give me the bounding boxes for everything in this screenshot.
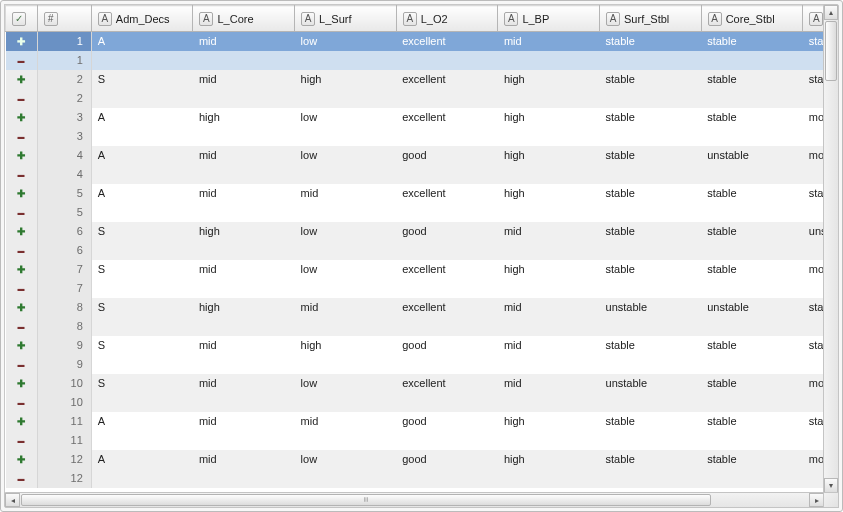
- cell-L_BP[interactable]: mid: [498, 222, 600, 241]
- cell-L_Core[interactable]: high: [193, 108, 295, 127]
- table-row[interactable]: 6: [6, 241, 826, 260]
- cell-Surf_Stbl[interactable]: unstable: [600, 374, 702, 393]
- cell-L_Core[interactable]: mid: [193, 336, 295, 355]
- cell-Adm_Decs[interactable]: A: [91, 146, 193, 165]
- cell-L_O2[interactable]: good: [396, 222, 498, 241]
- expand-cell[interactable]: [6, 450, 38, 469]
- column-header-Core_Stbl[interactable]: Core_Stbl: [701, 6, 803, 32]
- cell-Adm_Decs[interactable]: S: [91, 260, 193, 279]
- cell-Adm_Decs[interactable]: A: [91, 32, 193, 51]
- collapse-cell[interactable]: [6, 89, 38, 108]
- expand-cell[interactable]: [6, 146, 38, 165]
- cell-BP_Stbl[interactable]: stable: [803, 412, 825, 431]
- scroll-left-button[interactable]: [5, 493, 20, 507]
- cell-L_Core[interactable]: mid: [193, 184, 295, 203]
- table-row[interactable]: 5Amidmidexcellenthighstablestablestable: [6, 184, 826, 203]
- cell-Surf_Stbl[interactable]: unstable: [600, 298, 702, 317]
- table-row[interactable]: 2Smidhighexcellenthighstablestablestable: [6, 70, 826, 89]
- cell-L_Surf[interactable]: high: [295, 336, 397, 355]
- cell-L_Core[interactable]: mid: [193, 412, 295, 431]
- collapse-cell[interactable]: [6, 355, 38, 374]
- vertical-scrollbar[interactable]: [823, 4, 839, 494]
- collapse-cell[interactable]: [6, 127, 38, 146]
- table-row[interactable]: 12: [6, 469, 826, 488]
- cell-L_O2[interactable]: excellent: [396, 108, 498, 127]
- cell-L_BP[interactable]: high: [498, 108, 600, 127]
- cell-L_Surf[interactable]: low: [295, 450, 397, 469]
- cell-BP_Stbl[interactable]: stable: [803, 70, 825, 89]
- cell-L_Core[interactable]: high: [193, 222, 295, 241]
- collapse-cell[interactable]: [6, 393, 38, 412]
- collapse-cell[interactable]: [6, 203, 38, 222]
- cell-L_O2[interactable]: excellent: [396, 70, 498, 89]
- table-row[interactable]: 11Amidmidgoodhighstablestablestable: [6, 412, 826, 431]
- cell-Adm_Decs[interactable]: S: [91, 298, 193, 317]
- cell-BP_Stbl[interactable]: stable: [803, 32, 825, 51]
- column-header-L_O2[interactable]: L_O2: [396, 6, 498, 32]
- cell-L_Surf[interactable]: low: [295, 374, 397, 393]
- expand-cell[interactable]: [6, 184, 38, 203]
- cell-L_Surf[interactable]: low: [295, 222, 397, 241]
- expand-cell[interactable]: [6, 374, 38, 393]
- cell-Surf_Stbl[interactable]: stable: [600, 108, 702, 127]
- cell-L_Core[interactable]: mid: [193, 374, 295, 393]
- cell-L_Core[interactable]: mid: [193, 146, 295, 165]
- cell-L_BP[interactable]: high: [498, 450, 600, 469]
- column-header-L_BP[interactable]: L_BP: [498, 6, 600, 32]
- scroll-up-button[interactable]: [824, 5, 838, 20]
- cell-BP_Stbl[interactable]: stable: [803, 184, 825, 203]
- cell-Core_Stbl[interactable]: stable: [701, 374, 803, 393]
- cell-L_O2[interactable]: excellent: [396, 184, 498, 203]
- cell-L_Surf[interactable]: mid: [295, 412, 397, 431]
- table-row[interactable]: 7Smidlowexcellenthighstablestablemod_sta…: [6, 260, 826, 279]
- table-row[interactable]: 3Ahighlowexcellenthighstablestablemod_st…: [6, 108, 826, 127]
- cell-Adm_Decs[interactable]: S: [91, 336, 193, 355]
- cell-Adm_Decs[interactable]: A: [91, 108, 193, 127]
- cell-Surf_Stbl[interactable]: stable: [600, 32, 702, 51]
- column-header-BP_Stbl[interactable]: BP_Stbl: [803, 6, 825, 32]
- scroll-right-button[interactable]: [809, 493, 824, 507]
- cell-BP_Stbl[interactable]: mod_stable: [803, 374, 825, 393]
- column-header-num[interactable]: [37, 6, 91, 32]
- column-header-L_Surf[interactable]: L_Surf: [295, 6, 397, 32]
- table-row[interactable]: 4: [6, 165, 826, 184]
- cell-Core_Stbl[interactable]: stable: [701, 336, 803, 355]
- cell-L_Surf[interactable]: low: [295, 32, 397, 51]
- cell-BP_Stbl[interactable]: mod_stable: [803, 260, 825, 279]
- column-header-Adm_Decs[interactable]: Adm_Decs: [91, 6, 193, 32]
- table-row[interactable]: 6Shighlowgoodmidstablestableunstable: [6, 222, 826, 241]
- table-row[interactable]: 12Amidlowgoodhighstablestablemod_stable: [6, 450, 826, 469]
- expand-cell[interactable]: [6, 260, 38, 279]
- cell-Core_Stbl[interactable]: stable: [701, 412, 803, 431]
- cell-L_BP[interactable]: mid: [498, 336, 600, 355]
- horizontal-scroll-thumb[interactable]: [21, 494, 711, 506]
- table-row[interactable]: 10: [6, 393, 826, 412]
- column-header-check[interactable]: [6, 6, 38, 32]
- cell-L_BP[interactable]: mid: [498, 374, 600, 393]
- table-row[interactable]: 11: [6, 431, 826, 450]
- cell-L_BP[interactable]: high: [498, 260, 600, 279]
- collapse-cell[interactable]: [6, 51, 38, 70]
- cell-Surf_Stbl[interactable]: stable: [600, 222, 702, 241]
- cell-L_Surf[interactable]: mid: [295, 184, 397, 203]
- cell-L_Surf[interactable]: low: [295, 146, 397, 165]
- cell-L_BP[interactable]: mid: [498, 298, 600, 317]
- table-row[interactable]: 3: [6, 127, 826, 146]
- horizontal-scrollbar[interactable]: [4, 492, 825, 508]
- expand-cell[interactable]: [6, 412, 38, 431]
- expand-cell[interactable]: [6, 222, 38, 241]
- cell-L_Core[interactable]: mid: [193, 260, 295, 279]
- cell-L_O2[interactable]: excellent: [396, 260, 498, 279]
- cell-Core_Stbl[interactable]: stable: [701, 184, 803, 203]
- cell-Surf_Stbl[interactable]: stable: [600, 184, 702, 203]
- cell-L_BP[interactable]: high: [498, 184, 600, 203]
- cell-L_Core[interactable]: high: [193, 298, 295, 317]
- cell-Core_Stbl[interactable]: stable: [701, 260, 803, 279]
- cell-Surf_Stbl[interactable]: stable: [600, 260, 702, 279]
- collapse-cell[interactable]: [6, 317, 38, 336]
- table-row[interactable]: 9: [6, 355, 826, 374]
- collapse-cell[interactable]: [6, 165, 38, 184]
- cell-L_Surf[interactable]: low: [295, 260, 397, 279]
- cell-Core_Stbl[interactable]: stable: [701, 70, 803, 89]
- cell-Core_Stbl[interactable]: stable: [701, 32, 803, 51]
